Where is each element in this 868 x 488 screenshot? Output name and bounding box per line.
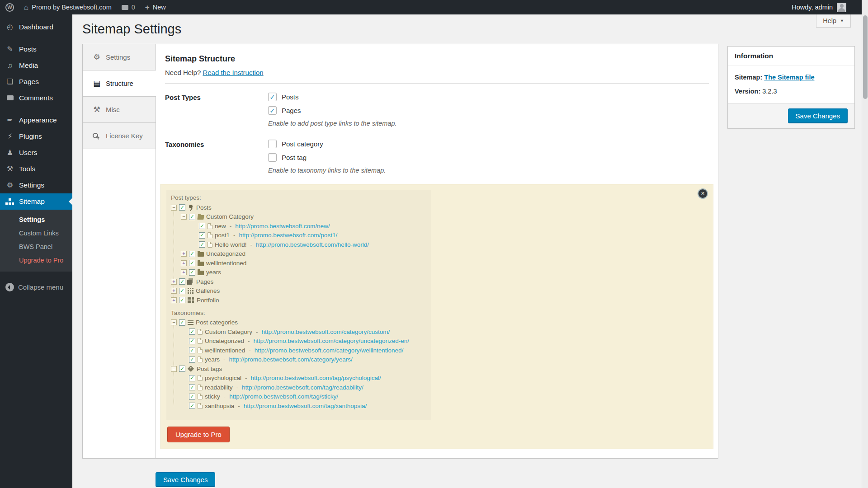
- howdy-account-menu[interactable]: Howdy, admin: [792, 4, 833, 11]
- checkbox[interactable]: [268, 153, 277, 162]
- collapse-node-icon[interactable]: −: [171, 319, 177, 325]
- node-checkbox[interactable]: ✓: [189, 260, 195, 266]
- expand-node-icon[interactable]: +: [181, 251, 187, 257]
- save-changes-button[interactable]: Save Changes: [156, 472, 215, 487]
- checkbox[interactable]: [268, 93, 277, 101]
- node-checkbox[interactable]: ✓: [189, 384, 195, 390]
- node-url-link[interactable]: http://promo.bestwebsoft.com/tag/sticky/: [229, 393, 338, 400]
- node-url-link[interactable]: http://promo.bestwebsoft.com/new/: [235, 223, 330, 230]
- sidebar-item-label: Media: [19, 61, 38, 70]
- tab-structure[interactable]: ▤Structure: [83, 70, 156, 97]
- node-checkbox[interactable]: ✓: [179, 297, 185, 303]
- user-avatar[interactable]: [837, 3, 846, 12]
- node-checkbox[interactable]: ✓: [189, 251, 195, 257]
- tab-misc[interactable]: ⚒Misc: [83, 97, 156, 123]
- checkbox-option-post-tag[interactable]: Post tag: [268, 153, 709, 162]
- comments-menu[interactable]: 0: [122, 4, 135, 11]
- tab-settings[interactable]: ⚙Settings: [83, 44, 156, 70]
- submenu-item-settings[interactable]: Settings: [0, 213, 72, 226]
- node-checkbox[interactable]: ✓: [199, 223, 205, 229]
- sitemap-tree: Post types:−✓Posts−✓Custom Category✓new-…: [166, 190, 431, 420]
- sitemap-tree-panel: ✕ Post types:−✓Posts−✓Custom Category✓ne…: [160, 184, 713, 449]
- node-checkbox[interactable]: ✓: [189, 328, 195, 335]
- collapse-node-icon[interactable]: −: [171, 366, 177, 372]
- sidebar-item-appearance[interactable]: ✒Appearance: [0, 112, 72, 128]
- tab-license-key[interactable]: License Key: [83, 123, 156, 149]
- node-checkbox[interactable]: ✓: [189, 375, 195, 381]
- node-checkbox[interactable]: ✓: [199, 232, 205, 239]
- node-checkbox[interactable]: ✓: [189, 269, 195, 276]
- node-url-link[interactable]: http://promo.bestwebsoft.com/category/ye…: [229, 356, 353, 363]
- checkbox[interactable]: [268, 106, 277, 115]
- sidebar-item-posts[interactable]: ✎Posts: [0, 41, 72, 57]
- checkbox-option-pages[interactable]: Pages: [268, 106, 709, 115]
- node-checkbox[interactable]: ✓: [179, 319, 185, 326]
- node-url-link[interactable]: http://promo.bestwebsoft.com/category/un…: [254, 338, 409, 344]
- checkbox[interactable]: [268, 140, 277, 148]
- scrollbar-track[interactable]: [862, 0, 868, 488]
- scrollbar-thumb[interactable]: [863, 15, 868, 99]
- node-separator: -: [230, 223, 232, 230]
- submenu-item-upgrade-to-pro[interactable]: Upgrade to Pro: [0, 253, 72, 267]
- checkbox-option-post-category[interactable]: Post category: [268, 140, 709, 148]
- expand-node-icon[interactable]: +: [171, 288, 177, 294]
- tree-node: +✓Pages: [171, 277, 426, 286]
- node-url-link[interactable]: http://promo.bestwebsoft.com/tag/xanthop…: [244, 403, 367, 409]
- node-url-link[interactable]: http://promo.bestwebsoft.com/post1/: [239, 232, 338, 239]
- wordpress-logo-menu[interactable]: W: [5, 3, 14, 12]
- node-checkbox[interactable]: ✓: [189, 338, 195, 344]
- appearance-icon: ✒: [5, 117, 15, 124]
- sidebar-item-label: Plugins: [19, 132, 42, 141]
- info-save-changes-button[interactable]: Save Changes: [788, 108, 848, 123]
- expand-node-icon[interactable]: +: [181, 269, 187, 275]
- sidebar-item-dashboard[interactable]: ◴Dashboard: [0, 19, 72, 35]
- tree-node: ✓readability-http://promo.bestwebsoft.co…: [181, 383, 426, 392]
- sidebar-item-pages[interactable]: ❏Pages: [0, 74, 72, 90]
- checkbox-option-posts[interactable]: Posts: [268, 93, 709, 101]
- close-icon[interactable]: ✕: [698, 189, 707, 198]
- node-checkbox[interactable]: ✓: [189, 403, 195, 409]
- node-url-link[interactable]: http://promo.bestwebsoft.com/tag/psychol…: [251, 375, 381, 381]
- node-checkbox[interactable]: ✓: [199, 241, 205, 248]
- read-instruction-link[interactable]: Read the Instruction: [203, 69, 263, 76]
- sitemap-file-link[interactable]: The Sitemap file: [764, 74, 814, 81]
- node-checkbox[interactable]: ✓: [179, 366, 185, 372]
- sidebar-item-settings[interactable]: ⚙Settings: [0, 177, 72, 193]
- node-checkbox[interactable]: ✓: [189, 347, 195, 353]
- expander-slot: [181, 329, 187, 335]
- sidebar-item-sitemap[interactable]: Sitemap: [0, 193, 72, 210]
- node-label: wellintentioned: [205, 347, 245, 354]
- expand-node-icon[interactable]: +: [181, 260, 187, 266]
- sidebar-item-media[interactable]: ♫Media: [0, 57, 72, 74]
- sidebar-item-users[interactable]: ♟Users: [0, 145, 72, 161]
- node-url-link[interactable]: http://promo.bestwebsoft.com/category/we…: [255, 347, 403, 354]
- submenu-item-custom-links[interactable]: Custom Links: [0, 226, 72, 240]
- sidebar-item-label: Posts: [19, 45, 37, 53]
- sidebar-item-plugins[interactable]: ⚡Plugins: [0, 128, 72, 145]
- node-label: Post categories: [196, 319, 238, 326]
- upgrade-to-pro-button[interactable]: Upgrade to Pro: [167, 427, 230, 442]
- node-url-link[interactable]: http://promo.bestwebsoft.com/tag/readabi…: [242, 384, 363, 391]
- submenu-item-bws-panel[interactable]: BWS Panel: [0, 240, 72, 253]
- site-name-link[interactable]: ⌂ Promo by Bestwebsoft.com: [24, 4, 112, 11]
- node-url-link[interactable]: http://promo.bestwebsoft.com/hello-world…: [256, 241, 369, 248]
- collapse-node-icon[interactable]: −: [181, 214, 187, 220]
- node-checkbox[interactable]: ✓: [179, 278, 185, 285]
- new-button[interactable]: + New: [145, 4, 166, 11]
- file-icon: [198, 329, 203, 335]
- node-url-link[interactable]: http://promo.bestwebsoft.com/category/cu…: [262, 328, 390, 335]
- help-button[interactable]: Help ▼: [816, 14, 851, 28]
- node-checkbox[interactable]: ✓: [179, 204, 185, 211]
- node-checkbox[interactable]: ✓: [189, 357, 195, 363]
- collapse-node-icon[interactable]: −: [171, 205, 177, 211]
- expand-node-icon[interactable]: +: [171, 297, 177, 303]
- node-checkbox[interactable]: ✓: [189, 394, 195, 400]
- expand-node-icon[interactable]: +: [171, 279, 177, 285]
- node-checkbox[interactable]: ✓: [189, 214, 195, 220]
- node-checkbox[interactable]: ✓: [179, 288, 185, 294]
- sidebar-item-tools[interactable]: ⚒Tools: [0, 161, 72, 177]
- tree-node: −✓Custom Category: [181, 212, 426, 222]
- folder-open-icon: [197, 215, 204, 220]
- collapse-menu-button[interactable]: Collapse menu: [0, 278, 72, 296]
- sidebar-item-comments[interactable]: Comments: [0, 90, 72, 106]
